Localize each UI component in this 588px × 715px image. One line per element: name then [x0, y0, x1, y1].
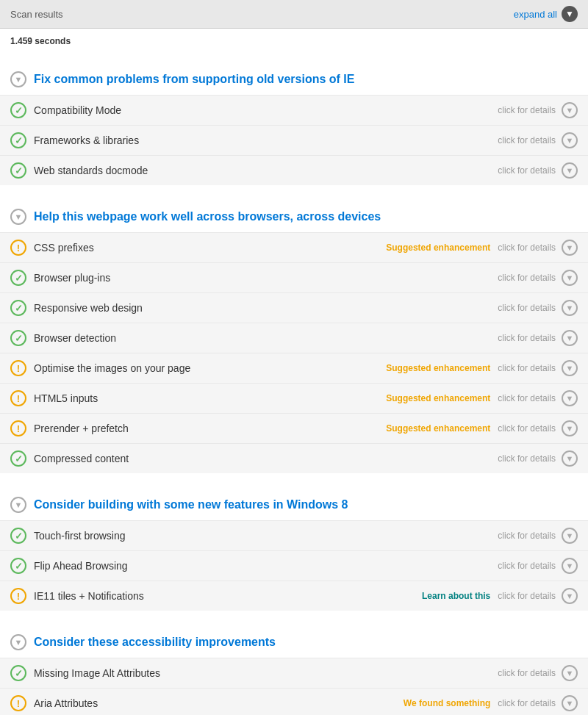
section-accessibility-section: ▼Consider these accessibility improvemen…	[0, 627, 588, 715]
status-ok-icon: ✓	[10, 270, 26, 286]
result-label: Missing Image Alt Attributes	[34, 667, 490, 679]
result-label: Browser plug-ins	[34, 272, 490, 284]
status-ok-icon: ✓	[10, 665, 26, 681]
download-icon[interactable]: ▼	[562, 450, 578, 467]
result-row[interactable]: !HTML5 inputsSuggested enhancementclick …	[0, 383, 588, 413]
result-row[interactable]: ✓Responsive web designclick for details▼	[0, 292, 588, 323]
click-for-details: click for details	[490, 303, 556, 313]
section-title: Fix common problems from supporting old …	[34, 73, 354, 86]
result-row[interactable]: ✓Compressed contentclick for details▼	[0, 443, 588, 473]
result-label: Browser detection	[34, 332, 490, 344]
click-for-details: click for details	[490, 531, 556, 541]
result-row[interactable]: ✓Compatibility Modeclick for details▼	[0, 95, 588, 125]
click-for-details: click for details	[490, 363, 556, 373]
status-ok-icon: ✓	[10, 528, 26, 544]
status-ok-icon: ✓	[10, 102, 26, 118]
result-label: Prerender + prefetch	[34, 423, 379, 434]
result-tag: Suggested enhancement	[386, 363, 490, 373]
download-icon[interactable]: ▼	[562, 102, 578, 118]
status-warn-icon: !	[10, 420, 26, 436]
result-row[interactable]: !Optimise the images on your pageSuggest…	[0, 353, 588, 383]
expand-all-button[interactable]: expand all ▼	[514, 6, 578, 22]
status-ok-icon: ✓	[10, 558, 26, 574]
status-warn-icon: !	[10, 588, 26, 604]
section-collapse-icon: ▼	[10, 497, 26, 513]
click-for-details: click for details	[490, 423, 556, 434]
expand-all-label: expand all	[514, 9, 557, 20]
result-row[interactable]: ✓Browser detectionclick for details▼	[0, 323, 588, 353]
result-label: Compatibility Mode	[34, 104, 490, 116]
scan-results-title: Scan results	[10, 9, 63, 20]
result-row[interactable]: !Aria AttributesWe found somethingclick …	[0, 688, 588, 715]
result-tag: Learn about this	[422, 591, 490, 601]
result-row[interactable]: ✓Web standards docmodeclick for details▼	[0, 155, 588, 185]
download-icon[interactable]: ▼	[562, 300, 578, 316]
download-icon[interactable]: ▼	[562, 528, 578, 544]
download-icon[interactable]: ▼	[562, 360, 578, 376]
result-tag: Suggested enhancement	[386, 423, 490, 434]
status-warn-icon: !	[10, 390, 26, 406]
section-windows8-section: ▼Consider building with some new feature…	[0, 489, 588, 611]
download-icon[interactable]: ▼	[562, 695, 578, 711]
expand-all-icon: ▼	[562, 6, 578, 22]
result-tag: Suggested enhancement	[386, 393, 490, 403]
status-ok-icon: ✓	[10, 162, 26, 179]
result-row[interactable]: !Prerender + prefetchSuggested enhanceme…	[0, 413, 588, 443]
scan-time: 1.459 seconds	[0, 29, 588, 54]
section-title: Help this webpage work well across brows…	[34, 210, 381, 223]
result-row[interactable]: ✓Missing Image Alt Attributesclick for d…	[0, 658, 588, 688]
download-icon[interactable]: ▼	[562, 162, 578, 179]
result-label: Optimise the images on your page	[34, 362, 379, 374]
download-icon[interactable]: ▼	[562, 420, 578, 436]
section-collapse-icon: ▼	[10, 71, 26, 87]
download-icon[interactable]: ▼	[562, 132, 578, 148]
status-ok-icon: ✓	[10, 300, 26, 316]
result-tag: Suggested enhancement	[386, 242, 490, 253]
result-label: Aria Attributes	[34, 697, 396, 709]
section-header[interactable]: ▼Help this webpage work well across brow…	[0, 201, 588, 232]
result-row[interactable]: ✓Touch-first browsingclick for details▼	[0, 520, 588, 550]
result-label: CSS prefixes	[34, 242, 379, 254]
download-icon[interactable]: ▼	[562, 558, 578, 574]
sections-container: ▼Fix common problems from supporting old…	[0, 54, 588, 715]
section-title: Consider building with some new features…	[34, 498, 348, 511]
section-cross-browser-section: ▼Help this webpage work well across brow…	[0, 201, 588, 473]
result-label: Compressed content	[34, 453, 490, 464]
section-header[interactable]: ▼Consider building with some new feature…	[0, 489, 588, 520]
section-header[interactable]: ▼Consider these accessibility improvemen…	[0, 627, 588, 658]
header-bar: Scan results expand all ▼	[0, 0, 588, 29]
click-for-details: click for details	[490, 561, 556, 571]
result-label: Web standards docmode	[34, 165, 490, 176]
click-for-details: click for details	[490, 393, 556, 403]
click-for-details: click for details	[490, 165, 556, 176]
result-row[interactable]: ✓Browser plug-insclick for details▼	[0, 262, 588, 292]
click-for-details: click for details	[490, 242, 556, 253]
result-label: IE11 tiles + Notifications	[34, 590, 415, 602]
section-collapse-icon: ▼	[10, 209, 26, 225]
status-warn-icon: !	[10, 240, 26, 256]
result-label: Frameworks & libraries	[34, 134, 490, 146]
result-label: Responsive web design	[34, 302, 490, 314]
result-label: Flip Ahead Browsing	[34, 560, 490, 572]
result-row[interactable]: ✓Frameworks & librariesclick for details…	[0, 125, 588, 155]
section-header[interactable]: ▼Fix common problems from supporting old…	[0, 64, 588, 95]
section-title: Consider these accessibility improvement…	[34, 636, 276, 649]
download-icon[interactable]: ▼	[562, 390, 578, 406]
download-icon[interactable]: ▼	[562, 330, 578, 346]
click-for-details: click for details	[490, 135, 556, 145]
click-for-details: click for details	[490, 333, 556, 343]
download-icon[interactable]: ▼	[562, 240, 578, 256]
click-for-details: click for details	[490, 453, 556, 464]
section-ie-section: ▼Fix common problems from supporting old…	[0, 64, 588, 185]
result-row[interactable]: ✓Flip Ahead Browsingclick for details▼	[0, 550, 588, 581]
download-icon[interactable]: ▼	[562, 665, 578, 681]
result-tag: We found something	[404, 698, 490, 708]
click-for-details: click for details	[490, 273, 556, 283]
result-row[interactable]: !CSS prefixesSuggested enhancementclick …	[0, 232, 588, 262]
result-row[interactable]: !IE11 tiles + NotificationsLearn about t…	[0, 581, 588, 611]
click-for-details: click for details	[490, 668, 556, 678]
download-icon[interactable]: ▼	[562, 588, 578, 604]
download-icon[interactable]: ▼	[562, 270, 578, 286]
status-ok-icon: ✓	[10, 450, 26, 467]
status-ok-icon: ✓	[10, 330, 26, 346]
